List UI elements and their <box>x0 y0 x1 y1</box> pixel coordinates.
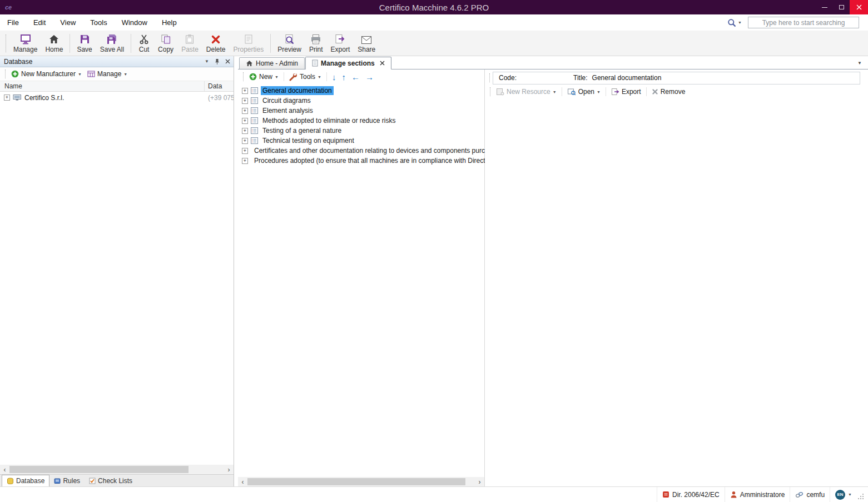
list-item[interactable]: + Element analysis <box>238 106 484 116</box>
tab-check-lists[interactable]: Check Lists <box>85 475 137 486</box>
tools-button[interactable]: Tools ▼ <box>286 72 324 82</box>
section-label: General documentation <box>261 86 334 95</box>
move-up-button[interactable]: ↑ <box>339 72 349 82</box>
tab-rules[interactable]: Rules <box>49 475 85 486</box>
chevron-down-icon: ▼ <box>123 72 127 76</box>
code-label: Code: <box>493 74 517 82</box>
language-selector[interactable]: EN ▼ <box>830 487 857 502</box>
copy-icon <box>161 34 171 44</box>
preview-icon <box>284 34 295 44</box>
tab-home-admin[interactable]: Home - Admin <box>239 57 305 69</box>
scrollbar-thumb[interactable] <box>247 478 465 485</box>
search-icon <box>727 18 736 27</box>
delete-button[interactable]: Delete <box>202 33 230 54</box>
toolbar-grip[interactable] <box>490 87 490 96</box>
menu-item-edit[interactable]: Edit <box>26 18 53 27</box>
scroll-right-arrow[interactable]: › <box>224 465 234 474</box>
tab-manage-sections[interactable]: Manage sections <box>305 57 391 69</box>
print-button[interactable]: Print <box>305 33 327 54</box>
table-row[interactable]: + Certifico S.r.l. (+39 075 <box>0 92 234 103</box>
save-icon <box>80 34 90 44</box>
toolbar-grip[interactable] <box>6 34 6 52</box>
account-label: cemfu <box>806 491 825 499</box>
home-icon <box>246 60 253 67</box>
close-button[interactable] <box>850 0 868 14</box>
global-search-input[interactable] <box>748 17 859 28</box>
list-item[interactable]: + Technical testing on equipment <box>238 136 484 146</box>
scroll-right-arrow[interactable]: › <box>475 477 484 486</box>
new-manufacturer-button[interactable]: New Manufacturer ▼ <box>8 69 85 79</box>
maximize-button[interactable] <box>833 0 850 14</box>
manage-button[interactable]: Manage <box>9 33 41 54</box>
new-section-button[interactable]: New ▼ <box>246 72 281 82</box>
database-panel-toolbar: New Manufacturer ▼ Manage ▼ <box>0 67 234 81</box>
delete-icon <box>211 34 221 44</box>
remove-button[interactable]: Remove <box>649 87 688 97</box>
outdent-button[interactable]: ← <box>349 72 363 82</box>
expand-icon[interactable]: + <box>242 108 248 114</box>
column-header-name[interactable]: Name <box>0 81 205 91</box>
list-item[interactable]: + Certificates and other documentation r… <box>238 146 484 156</box>
chevron-down-icon: ▼ <box>597 90 601 94</box>
list-item[interactable]: + General documentation <box>238 86 484 96</box>
expand-icon[interactable]: + <box>242 88 248 94</box>
expand-icon[interactable]: + <box>242 158 248 164</box>
cut-button[interactable]: Cut <box>134 33 154 54</box>
pin-icon[interactable] <box>215 58 220 65</box>
toolbar-grip[interactable] <box>489 73 490 82</box>
expand-icon[interactable]: + <box>242 138 248 144</box>
menu-item-window[interactable]: Window <box>115 18 155 27</box>
tab-database[interactable]: Database <box>2 475 49 486</box>
preview-button[interactable]: Preview <box>274 33 305 54</box>
toolbar-grip[interactable] <box>5 69 6 78</box>
indent-button[interactable]: → <box>363 72 376 82</box>
directive-status[interactable]: Dir. 2006/42/EC <box>657 487 725 502</box>
panel-splitter[interactable] <box>234 56 238 486</box>
search-scope-button[interactable]: ▼ <box>725 17 744 28</box>
scrollbar-thumb[interactable] <box>9 466 189 473</box>
list-item[interactable]: + Testing of a general nature <box>238 126 484 136</box>
panel-menu-button[interactable]: ▼ <box>205 59 209 64</box>
manage-manufacturers-button[interactable]: Manage ▼ <box>85 69 130 79</box>
column-header-data[interactable]: Data <box>205 82 234 90</box>
toolbar-separator <box>646 87 647 96</box>
panel-close-icon[interactable] <box>225 59 230 64</box>
expand-icon[interactable]: + <box>4 95 10 101</box>
expand-icon[interactable]: + <box>242 98 248 104</box>
copy-button[interactable]: Copy <box>154 33 177 54</box>
menu-item-help[interactable]: Help <box>155 18 184 27</box>
share-button[interactable]: Share <box>354 33 379 54</box>
expand-icon[interactable]: + <box>242 128 248 134</box>
move-down-button[interactable]: ↓ <box>329 72 339 82</box>
toolbar-grip[interactable] <box>243 72 244 81</box>
list-item[interactable]: + Methods adopted to eliminate or reduce… <box>238 116 484 126</box>
list-item[interactable]: + Circuit diagrams <box>238 96 484 106</box>
open-label: Open <box>578 88 594 96</box>
save-button[interactable]: Save <box>73 33 96 54</box>
list-item[interactable]: + Procedures adopted (to ensure that all… <box>238 156 484 166</box>
home-button[interactable]: Home <box>41 33 67 54</box>
export-button[interactable]: Export <box>327 33 354 54</box>
menu-item-view[interactable]: View <box>53 18 83 27</box>
open-button[interactable]: Open ▼ <box>564 87 603 97</box>
menu-item-file[interactable]: File <box>0 18 26 27</box>
title-field[interactable]: General documentation <box>588 74 662 82</box>
export-resource-button[interactable]: Export <box>608 87 644 97</box>
save-all-button[interactable]: Save All <box>96 33 128 54</box>
scroll-left-arrow[interactable]: ‹ <box>238 477 247 486</box>
minimize-button[interactable] <box>816 0 833 14</box>
tab-list-dropdown[interactable]: ▼ <box>857 61 862 66</box>
user-status[interactable]: Amministratore <box>725 487 790 502</box>
new-resource-label: New Resource <box>507 88 550 96</box>
menu-item-tools[interactable]: Tools <box>83 18 114 27</box>
tab-close-button[interactable] <box>380 61 385 66</box>
print-label: Print <box>309 46 323 53</box>
account-status[interactable]: cemfu <box>790 487 830 502</box>
expand-icon[interactable]: + <box>242 118 248 124</box>
chevron-down-icon: ▼ <box>275 75 279 79</box>
expand-icon[interactable]: + <box>242 148 248 154</box>
sections-horizontal-scrollbar: ‹ › <box>238 477 484 486</box>
maximize-icon <box>839 5 844 9</box>
scroll-left-arrow[interactable]: ‹ <box>0 465 9 474</box>
resize-grip[interactable] <box>857 487 866 502</box>
